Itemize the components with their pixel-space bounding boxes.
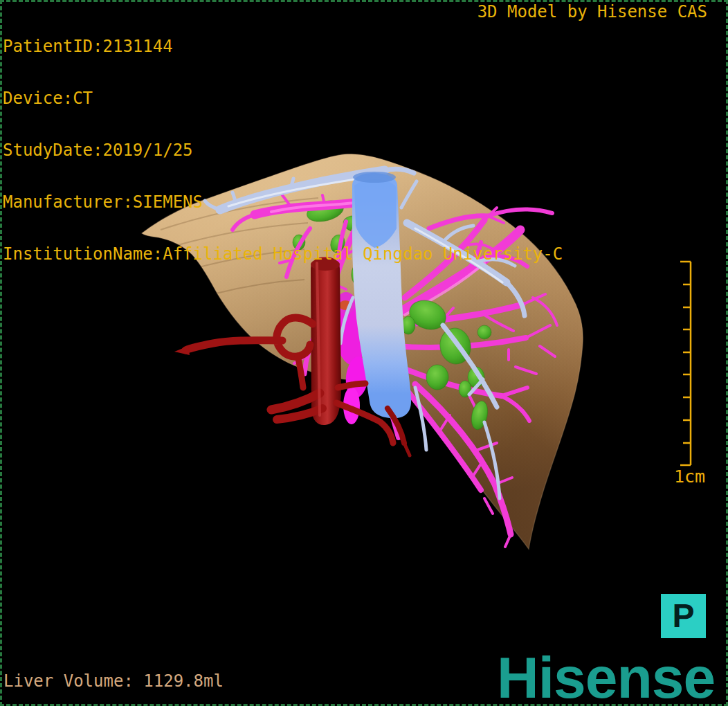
patient-info-block: PatientID:2131144 Device:CT StudyDate:20… (3, 3, 563, 298)
study-date: StudyDate:2019/1/25 (3, 142, 563, 159)
viewer-canvas[interactable]: 1cm PatientID:2131144 Device:CT StudyDat… (0, 0, 728, 706)
orientation-marker: P (661, 594, 706, 638)
model-credit: 3D Model by Hisense CAS (477, 3, 707, 21)
orientation-marker-label: P (672, 599, 694, 633)
scale-bar (680, 262, 691, 465)
institution-name: InstitutionName:Affiliated Hospital Qing… (3, 246, 563, 263)
hisense-logo: Hisense (497, 651, 715, 706)
scale-bar-label: 1cm (674, 467, 705, 487)
manufacturer: Manufacturer:SIEMENS (3, 194, 563, 211)
liver-volume-readout: Liver Volume: 1129.8ml (3, 671, 224, 691)
device: Device:CT (3, 90, 563, 107)
patient-id: PatientID:2131144 (3, 38, 563, 55)
